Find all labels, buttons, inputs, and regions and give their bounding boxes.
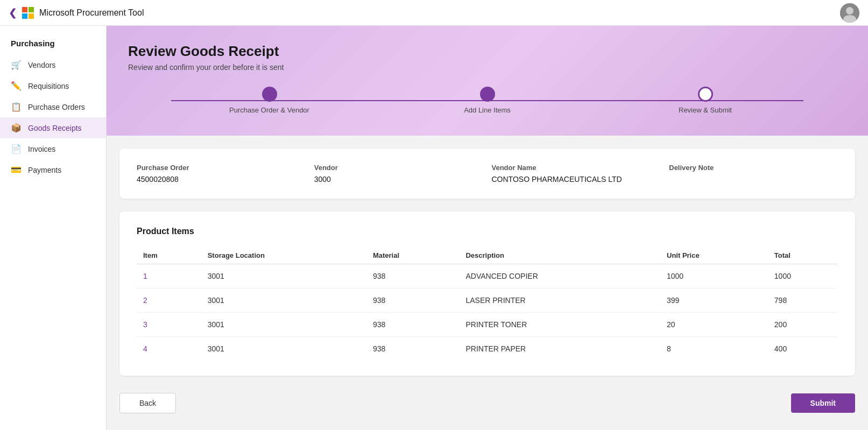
main-content: Review Goods Receipt Review and confirm … bbox=[107, 26, 868, 430]
stepper-step-2: Add Line Items bbox=[378, 87, 596, 114]
sidebar-section-title: Purchasing bbox=[0, 34, 106, 54]
svg-rect-0 bbox=[22, 7, 27, 12]
microsoft-logo bbox=[22, 7, 34, 19]
cell-total: 400 bbox=[768, 337, 838, 361]
vendor-name-value: CONTOSO PHARMACEUTICALS LTD bbox=[492, 175, 661, 184]
delivery-note-label: Delivery Note bbox=[669, 164, 838, 172]
sidebar-item-requisitions[interactable]: ✏️ Requisitions bbox=[0, 75, 106, 96]
footer-actions: Back Submit bbox=[107, 380, 868, 426]
svg-point-5 bbox=[846, 7, 853, 15]
col-material: Material bbox=[366, 247, 460, 264]
stepper-circle-2 bbox=[480, 87, 495, 102]
product-items-card: Product Items Item Storage Location Mate… bbox=[119, 212, 855, 376]
stepper-circle-1 bbox=[262, 87, 277, 102]
cell-item: 2 bbox=[137, 288, 201, 313]
col-total: Total bbox=[768, 247, 838, 264]
product-items-title: Product Items bbox=[137, 227, 838, 236]
cell-unit-price: 8 bbox=[660, 337, 768, 361]
cell-item: 4 bbox=[137, 337, 201, 361]
cell-unit-price: 399 bbox=[660, 288, 768, 313]
sidebar-item-payments[interactable]: 💳 Payments bbox=[0, 159, 106, 180]
delivery-note-field: Delivery Note bbox=[669, 164, 838, 184]
payments-icon: 💳 bbox=[11, 165, 22, 175]
svg-rect-2 bbox=[22, 13, 27, 19]
sidebar-item-vendors[interactable]: 🛒 Vendors bbox=[0, 54, 106, 75]
svg-rect-3 bbox=[29, 13, 34, 19]
col-unit-price: Unit Price bbox=[660, 247, 768, 264]
items-table: Item Storage Location Material Descripti… bbox=[137, 247, 838, 361]
goods-receipts-icon: 📦 bbox=[11, 123, 22, 133]
col-item: Item bbox=[137, 247, 201, 264]
vendors-icon: 🛒 bbox=[11, 60, 22, 70]
page-subtitle: Review and confirm your order before it … bbox=[128, 63, 846, 72]
cell-storage-location: 3001 bbox=[201, 288, 366, 313]
vendor-label: Vendor bbox=[314, 164, 483, 172]
back-button[interactable]: Back bbox=[119, 393, 176, 413]
sidebar-item-label: Requisitions bbox=[28, 82, 69, 90]
cell-unit-price: 20 bbox=[660, 313, 768, 337]
sidebar-item-label: Purchase Orders bbox=[28, 103, 85, 111]
submit-button[interactable]: Submit bbox=[791, 393, 855, 413]
sidebar-item-goods-receipts[interactable]: 📦 Goods Receipts bbox=[0, 117, 106, 138]
cell-unit-price: 1000 bbox=[660, 264, 768, 288]
cell-item: 3 bbox=[137, 313, 201, 337]
vendor-field: Vendor 3000 bbox=[314, 164, 483, 184]
stepper-label-2: Add Line Items bbox=[464, 106, 511, 114]
topbar: ❮ Microsoft Procurement Tool bbox=[0, 0, 868, 26]
stepper: Purchase Order & Vendor Add Line Items R… bbox=[128, 87, 846, 114]
cell-total: 798 bbox=[768, 288, 838, 313]
header-banner: Review Goods Receipt Review and confirm … bbox=[107, 26, 868, 136]
cell-material: 938 bbox=[366, 337, 460, 361]
requisitions-icon: ✏️ bbox=[11, 81, 22, 91]
invoices-icon: 📄 bbox=[11, 144, 22, 154]
cell-material: 938 bbox=[366, 288, 460, 313]
cell-description: LASER PRINTER bbox=[459, 288, 660, 313]
cell-storage-location: 3001 bbox=[201, 337, 366, 361]
col-description: Description bbox=[459, 247, 660, 264]
main-layout: Purchasing 🛒 Vendors ✏️ Requisitions 📋 P… bbox=[0, 26, 868, 430]
purchase-order-label: Purchase Order bbox=[137, 164, 306, 172]
stepper-label-3: Review & Submit bbox=[679, 106, 732, 114]
sidebar-item-label: Payments bbox=[28, 166, 61, 174]
cell-material: 938 bbox=[366, 264, 460, 288]
page-title: Review Goods Receipt bbox=[128, 43, 846, 60]
cell-storage-location: 3001 bbox=[201, 313, 366, 337]
table-row: 2 3001 938 LASER PRINTER 399 798 bbox=[137, 288, 838, 313]
col-storage-location: Storage Location bbox=[201, 247, 366, 264]
stepper-step-1: Purchase Order & Vendor bbox=[160, 87, 378, 114]
sidebar-item-label: Vendors bbox=[28, 61, 55, 69]
order-info-grid: Purchase Order 4500020808 Vendor 3000 Ve… bbox=[137, 164, 838, 184]
cell-total: 1000 bbox=[768, 264, 838, 288]
cell-item: 1 bbox=[137, 264, 201, 288]
order-info-card: Purchase Order 4500020808 Vendor 3000 Ve… bbox=[119, 149, 855, 199]
vendor-name-field: Vendor Name CONTOSO PHARMACEUTICALS LTD bbox=[492, 164, 661, 184]
vendor-value: 3000 bbox=[314, 175, 483, 184]
table-row: 4 3001 938 PRINTER PAPER 8 400 bbox=[137, 337, 838, 361]
sidebar-item-purchase-orders[interactable]: 📋 Purchase Orders bbox=[0, 96, 106, 117]
back-nav-icon[interactable]: ❮ bbox=[9, 7, 17, 19]
cell-material: 938 bbox=[366, 313, 460, 337]
stepper-circle-3 bbox=[698, 87, 713, 102]
sidebar-item-invoices[interactable]: 📄 Invoices bbox=[0, 138, 106, 159]
purchase-orders-icon: 📋 bbox=[11, 102, 22, 112]
cell-description: ADVANCED COPIER bbox=[459, 264, 660, 288]
sidebar: Purchasing 🛒 Vendors ✏️ Requisitions 📋 P… bbox=[0, 26, 107, 430]
purchase-order-value: 4500020808 bbox=[137, 175, 306, 184]
cell-total: 200 bbox=[768, 313, 838, 337]
stepper-step-3: Review & Submit bbox=[596, 87, 814, 114]
sidebar-item-label: Goods Receipts bbox=[28, 124, 82, 132]
sidebar-item-label: Invoices bbox=[28, 145, 55, 153]
svg-rect-1 bbox=[29, 7, 34, 12]
cell-description: PRINTER PAPER bbox=[459, 337, 660, 361]
table-header-row: Item Storage Location Material Descripti… bbox=[137, 247, 838, 264]
vendor-name-label: Vendor Name bbox=[492, 164, 661, 172]
purchase-order-field: Purchase Order 4500020808 bbox=[137, 164, 306, 184]
cell-storage-location: 3001 bbox=[201, 264, 366, 288]
cell-description: PRINTER TONER bbox=[459, 313, 660, 337]
stepper-label-1: Purchase Order & Vendor bbox=[229, 106, 309, 114]
table-row: 3 3001 938 PRINTER TONER 20 200 bbox=[137, 313, 838, 337]
app-title: Microsoft Procurement Tool bbox=[39, 8, 144, 18]
table-row: 1 3001 938 ADVANCED COPIER 1000 1000 bbox=[137, 264, 838, 288]
user-avatar[interactable] bbox=[840, 3, 859, 23]
